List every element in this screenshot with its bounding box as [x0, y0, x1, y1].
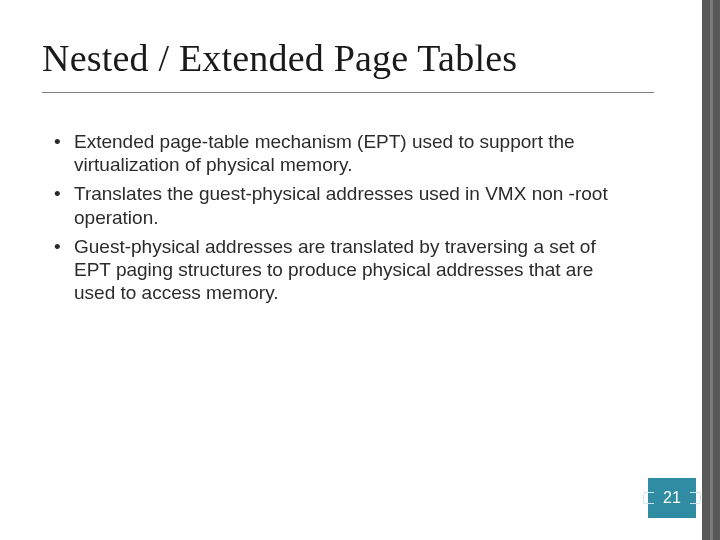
page-number: 21: [663, 489, 681, 507]
bullet-item: Guest-physical addresses are translated …: [50, 235, 620, 305]
page-number-badge: 21: [648, 478, 696, 518]
decor-right-stripe-inner: [710, 0, 713, 540]
slide: Nested / Extended Page Tables Extended p…: [0, 0, 720, 540]
bullet-item: Translates the guest-physical addresses …: [50, 182, 620, 228]
bullet-list: Extended page-table mechanism (EPT) used…: [50, 130, 620, 304]
slide-body: Extended page-table mechanism (EPT) used…: [50, 130, 620, 310]
title-underline: [42, 92, 654, 93]
bullet-item: Extended page-table mechanism (EPT) used…: [50, 130, 620, 176]
slide-title: Nested / Extended Page Tables: [42, 36, 517, 80]
